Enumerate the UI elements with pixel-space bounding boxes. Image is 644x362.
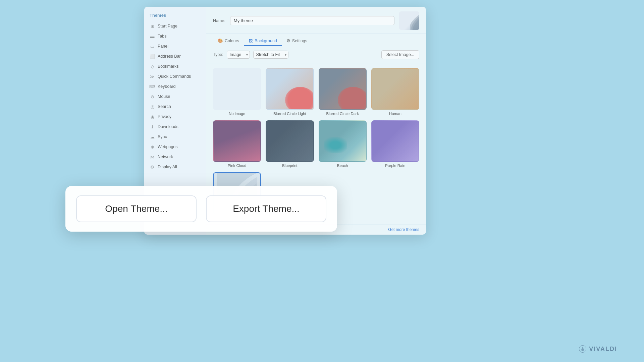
- sidebar-item-keyboard[interactable]: ⌨ Keyboard: [144, 81, 206, 92]
- sidebar-item-tabs[interactable]: ▬ Tabs: [144, 31, 206, 41]
- sidebar-title: Themes: [144, 10, 206, 21]
- sidebar-item-label: Tabs: [158, 34, 166, 39]
- settings-label: Settings: [292, 39, 307, 43]
- image-item-no-image[interactable]: No image: [213, 68, 261, 116]
- thumbnail-blueprint: [266, 120, 314, 162]
- sidebar-item-downloads[interactable]: ⤓ Downloads: [144, 122, 206, 132]
- overlay-dialog: Open Theme... Export Theme...: [65, 186, 337, 232]
- theme-name-input[interactable]: [230, 16, 394, 25]
- image-label-blueprint: Blueprint: [282, 164, 297, 168]
- sidebar-item-label: Address Bar: [158, 54, 181, 59]
- image-label-blurred-circle-dark: Blurred Circle Dark: [326, 112, 359, 116]
- thumbnail-no-image: [213, 68, 261, 110]
- get-more-themes-link[interactable]: Get more themes: [388, 227, 419, 232]
- sidebar-item-label: Downloads: [158, 124, 178, 129]
- image-item-blurred-circle-dark[interactable]: Blurred Circle Dark: [319, 68, 367, 116]
- sidebar-item-label: Keyboard: [158, 84, 176, 89]
- start-page-icon: ⊞: [150, 23, 155, 29]
- background-label: Background: [255, 39, 277, 43]
- image-item-beach[interactable]: Beach: [319, 120, 367, 168]
- sidebar-item-label: Mouse: [158, 94, 170, 99]
- sidebar-item-start-page[interactable]: ⊞ Start Page: [144, 21, 206, 31]
- vivaldi-icon: [579, 345, 586, 353]
- type-select[interactable]: Image: [227, 51, 250, 59]
- display-all-icon: ⚙: [150, 164, 155, 170]
- colours-label: Colours: [225, 39, 239, 43]
- sidebar-item-label: Start Page: [158, 24, 177, 28]
- image-label-no-image: No image: [229, 112, 245, 116]
- sidebar-item-bookmarks[interactable]: ◇ Bookmarks: [144, 61, 206, 71]
- thumbnail-blurred-circle-dark: [319, 68, 367, 110]
- tab-bar: 🎨 Colours 🖼 Background ⚙ Settings: [206, 34, 426, 46]
- image-item-purple-rain[interactable]: Purple Rain: [371, 120, 419, 168]
- colours-icon: 🎨: [218, 38, 223, 43]
- sidebar-item-webpages[interactable]: ⊕ Webpages: [144, 142, 206, 152]
- privacy-icon: ◉: [150, 114, 155, 119]
- sidebar-item-label: Privacy: [158, 114, 171, 119]
- fit-select-wrapper: Stretch to Fit: [253, 51, 288, 59]
- bookmarks-icon: ◇: [150, 64, 155, 69]
- keyboard-icon: ⌨: [150, 84, 155, 89]
- quick-commands-icon: ≫: [150, 74, 155, 79]
- sidebar-item-label: Panel: [158, 44, 168, 49]
- sidebar-item-address-bar[interactable]: ⬜ Address Bar: [144, 51, 206, 61]
- sidebar-item-network[interactable]: ⋈ Network: [144, 152, 206, 162]
- image-item-human[interactable]: Human: [371, 68, 419, 116]
- sidebar-item-search[interactable]: ◎ Search: [144, 102, 206, 112]
- panel-icon: ▭: [150, 44, 155, 49]
- sidebar-item-quick-commands[interactable]: ≫ Quick Commands: [144, 71, 206, 81]
- select-image-button[interactable]: Select Image...: [381, 50, 419, 59]
- settings-icon: ⚙: [286, 38, 290, 43]
- tab-background[interactable]: 🖼 Background: [244, 36, 282, 46]
- network-icon: ⋈: [150, 154, 155, 160]
- sidebar-item-label: Display All: [158, 165, 177, 169]
- type-row: Type: Image Stretch to Fit Select Image.…: [206, 46, 426, 63]
- sidebar-item-label: Sync: [158, 134, 167, 139]
- address-bar-icon: ⬜: [150, 54, 155, 59]
- image-label-blurred-circle-light: Blurred Circle Light: [273, 112, 306, 116]
- downloads-icon: ⤓: [150, 124, 155, 129]
- mouse-icon: ⊙: [150, 94, 155, 99]
- sidebar-item-mouse[interactable]: ⊙ Mouse: [144, 92, 206, 102]
- background-icon: 🖼: [249, 39, 253, 43]
- sidebar-item-panel[interactable]: ▭ Panel: [144, 41, 206, 51]
- name-label: Name:: [213, 18, 225, 23]
- sidebar-item-label: Quick Commands: [158, 74, 191, 79]
- sidebar-item-label: Search: [158, 104, 171, 109]
- fit-select[interactable]: Stretch to Fit: [253, 51, 288, 59]
- type-select-wrapper: Image: [227, 51, 250, 59]
- tabs-icon: ▬: [150, 34, 155, 39]
- vivaldi-label: VIVALDI: [589, 346, 617, 353]
- image-item-pink-cloud[interactable]: Pink Cloud: [213, 120, 261, 168]
- sync-icon: ☁: [150, 134, 155, 139]
- theme-header: Name:: [206, 7, 426, 34]
- type-label: Type:: [213, 52, 223, 57]
- image-label-human: Human: [389, 112, 401, 116]
- search-icon: ◎: [150, 104, 155, 109]
- tab-settings[interactable]: ⚙ Settings: [282, 36, 312, 46]
- sidebar-item-sync[interactable]: ☁ Sync: [144, 132, 206, 142]
- sidebar-item-label: Webpages: [158, 144, 178, 149]
- thumbnail-beach: [319, 120, 367, 162]
- thumbnail-purple-rain: [371, 120, 419, 162]
- sidebar-item-label: Bookmarks: [158, 64, 179, 69]
- thumbnail-human: [371, 68, 419, 110]
- image-label-purple-rain: Purple Rain: [385, 164, 405, 168]
- image-label-beach: Beach: [337, 164, 348, 168]
- sidebar-item-display-all[interactable]: ⚙ Display All: [144, 162, 206, 172]
- vivaldi-logo: VIVALDI: [579, 345, 617, 353]
- webpages-icon: ⊕: [150, 144, 155, 149]
- image-label-pink-cloud: Pink Cloud: [228, 164, 247, 168]
- image-item-blueprint[interactable]: Blueprint: [266, 120, 314, 168]
- thumbnail-blurred-circle-light: [266, 68, 314, 110]
- open-theme-button[interactable]: Open Theme...: [76, 195, 197, 222]
- theme-preview-thumbnail: [399, 11, 419, 30]
- tab-colours[interactable]: 🎨 Colours: [213, 36, 244, 46]
- thumbnail-pink-cloud: [213, 120, 261, 162]
- sidebar-item-label: Network: [158, 155, 173, 159]
- thumbnail-preview-lines: [408, 15, 419, 30]
- sidebar-item-privacy[interactable]: ◉ Privacy: [144, 112, 206, 122]
- export-theme-button[interactable]: Export Theme...: [206, 195, 326, 222]
- image-item-blurred-circle-light[interactable]: Blurred Circle Light: [266, 68, 314, 116]
